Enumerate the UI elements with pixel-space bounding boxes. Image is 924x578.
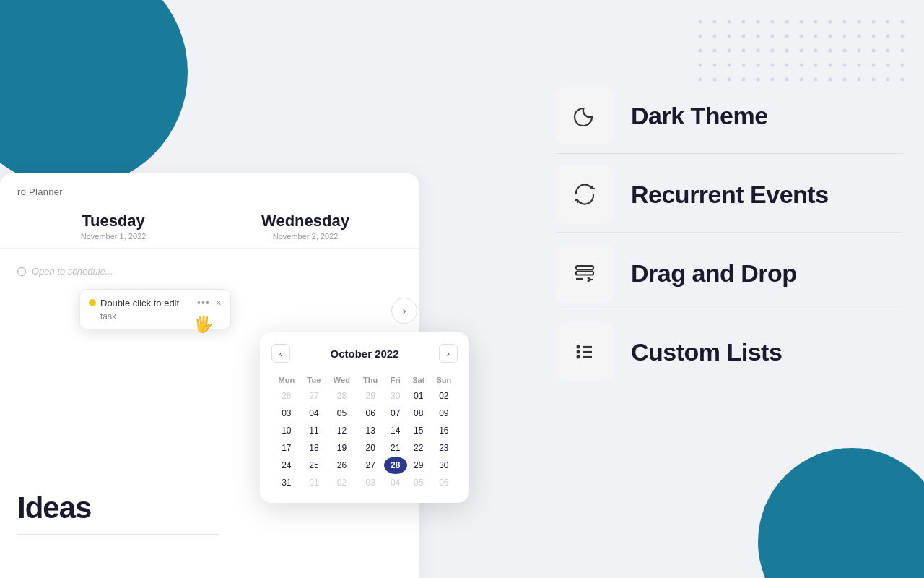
cal-day[interactable]: 20 bbox=[357, 439, 384, 457]
tooltip-close-button[interactable]: × bbox=[216, 297, 222, 309]
svg-point-74 bbox=[901, 78, 905, 82]
cal-day-selected[interactable]: 28 bbox=[384, 457, 407, 474]
cal-day[interactable]: 27 bbox=[357, 457, 384, 474]
cal-day[interactable]: 01 bbox=[302, 474, 327, 491]
svg-point-65 bbox=[771, 78, 775, 82]
cal-day[interactable]: 05 bbox=[407, 474, 430, 491]
cal-day[interactable]: 16 bbox=[430, 422, 458, 439]
cal-day[interactable]: 03 bbox=[271, 405, 302, 422]
cal-day[interactable]: 05 bbox=[326, 405, 357, 422]
cal-day[interactable]: 26 bbox=[271, 387, 302, 405]
calendar-grid: Mon Tue Wed Thu Fri Sat Sun 26 27 28 29 … bbox=[271, 373, 458, 491]
cal-day[interactable]: 14 bbox=[384, 422, 407, 439]
svg-point-69 bbox=[829, 78, 832, 82]
svg-point-8 bbox=[814, 20, 818, 24]
task-area: Open to schedule... bbox=[0, 249, 419, 294]
cal-day[interactable]: 09 bbox=[430, 405, 458, 422]
svg-point-10 bbox=[843, 20, 847, 24]
svg-rect-76 bbox=[576, 272, 593, 275]
cal-day[interactable]: 01 bbox=[407, 387, 430, 405]
tooltip-more-button[interactable]: ••• bbox=[197, 297, 210, 309]
svg-point-73 bbox=[886, 78, 890, 82]
svg-point-20 bbox=[771, 35, 775, 38]
svg-point-23 bbox=[814, 35, 818, 38]
cal-day[interactable]: 30 bbox=[430, 457, 458, 474]
svg-point-27 bbox=[872, 35, 876, 38]
cal-day[interactable]: 19 bbox=[326, 439, 357, 457]
cal-day[interactable]: 21 bbox=[384, 439, 407, 457]
cal-day[interactable]: 29 bbox=[407, 457, 430, 474]
cal-day[interactable]: 31 bbox=[271, 474, 302, 491]
task-label: Open to schedule... bbox=[32, 266, 113, 277]
svg-point-15 bbox=[699, 35, 702, 38]
svg-point-59 bbox=[901, 64, 905, 67]
cal-day[interactable]: 28 bbox=[326, 387, 357, 405]
cal-day[interactable]: 15 bbox=[407, 422, 430, 439]
feature-recurrent-events: Recurrent Events bbox=[556, 165, 902, 223]
cal-day[interactable]: 13 bbox=[357, 422, 384, 439]
cal-day[interactable]: 27 bbox=[302, 387, 327, 405]
svg-point-66 bbox=[785, 78, 789, 82]
cal-day[interactable]: 24 bbox=[271, 457, 302, 474]
svg-point-19 bbox=[757, 35, 760, 38]
svg-point-56 bbox=[858, 64, 861, 67]
svg-point-32 bbox=[728, 49, 731, 53]
next-arrow-button[interactable]: › bbox=[391, 298, 417, 324]
drag-drop-label: Drag and Drop bbox=[631, 259, 797, 288]
cal-day[interactable]: 18 bbox=[302, 439, 327, 457]
weekday-wed: Wed bbox=[326, 373, 357, 387]
ideas-section: Ideas bbox=[17, 491, 219, 535]
cal-day[interactable]: 11 bbox=[302, 422, 327, 439]
ideas-divider bbox=[17, 534, 219, 535]
svg-point-3 bbox=[742, 20, 746, 24]
cal-day[interactable]: 07 bbox=[384, 405, 407, 422]
svg-point-41 bbox=[858, 49, 861, 53]
svg-point-63 bbox=[742, 78, 746, 82]
cal-day[interactable]: 12 bbox=[326, 422, 357, 439]
cal-day[interactable]: 29 bbox=[357, 387, 384, 405]
svg-point-46 bbox=[713, 64, 717, 67]
cal-day[interactable]: 10 bbox=[271, 422, 302, 439]
cal-day[interactable]: 06 bbox=[357, 405, 384, 422]
svg-point-42 bbox=[872, 49, 876, 53]
calendar-prev-button[interactable]: ‹ bbox=[271, 344, 290, 363]
svg-point-21 bbox=[785, 35, 789, 38]
svg-point-67 bbox=[800, 78, 803, 82]
cal-day[interactable]: 06 bbox=[430, 474, 458, 491]
recurrent-events-icon-box bbox=[556, 165, 614, 223]
ideas-label: Ideas bbox=[17, 491, 219, 525]
cal-day[interactable]: 25 bbox=[302, 457, 327, 474]
cal-day[interactable]: 22 bbox=[407, 439, 430, 457]
task-item: Open to schedule... bbox=[17, 260, 401, 282]
svg-point-62 bbox=[728, 78, 731, 82]
svg-point-49 bbox=[757, 64, 760, 67]
cal-row-5: 31 01 02 03 04 05 06 bbox=[271, 474, 458, 491]
svg-point-17 bbox=[728, 35, 731, 38]
cal-day[interactable]: 08 bbox=[407, 405, 430, 422]
cal-day[interactable]: 03 bbox=[357, 474, 384, 491]
calendar-header: ‹ October 2022 › bbox=[271, 344, 458, 363]
svg-point-25 bbox=[843, 35, 847, 38]
cal-row-4: 24 25 26 27 28 29 30 bbox=[271, 457, 458, 474]
cal-day[interactable]: 04 bbox=[302, 405, 327, 422]
feature-custom-lists: Custom Lists bbox=[556, 323, 902, 381]
calendar-next-button[interactable]: › bbox=[439, 344, 458, 363]
custom-lists-icon-box bbox=[556, 323, 614, 381]
cal-day[interactable]: 23 bbox=[430, 439, 458, 457]
planner-days: Tuesday November 1, 2022 Wednesday Novem… bbox=[0, 204, 419, 249]
cal-day[interactable]: 17 bbox=[271, 439, 302, 457]
cal-day[interactable]: 02 bbox=[430, 387, 458, 405]
bg-circle-bottom-right bbox=[758, 448, 924, 578]
calendar-weekday-row: Mon Tue Wed Thu Fri Sat Sun bbox=[271, 373, 458, 387]
cal-day[interactable]: 30 bbox=[384, 387, 407, 405]
cal-day[interactable]: 26 bbox=[326, 457, 357, 474]
svg-point-40 bbox=[843, 49, 847, 53]
svg-point-53 bbox=[814, 64, 818, 67]
svg-point-38 bbox=[814, 49, 818, 53]
svg-point-61 bbox=[713, 78, 717, 82]
day-wednesday: Wednesday November 2, 2022 bbox=[209, 204, 401, 248]
features-panel: Dark Theme Recurrent Events Drag and bbox=[556, 87, 902, 389]
svg-point-31 bbox=[713, 49, 717, 53]
cal-day[interactable]: 04 bbox=[384, 474, 407, 491]
cal-day[interactable]: 02 bbox=[326, 474, 357, 491]
